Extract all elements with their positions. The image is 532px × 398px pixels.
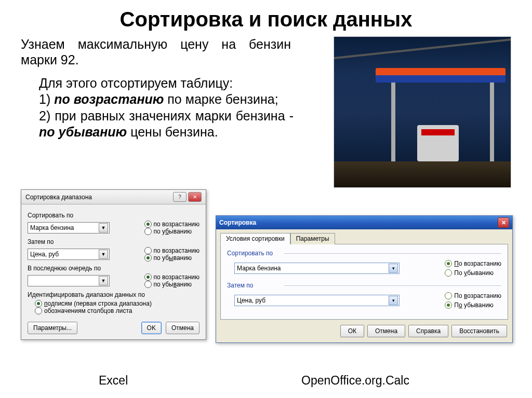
close-icon[interactable]: ✕: [498, 217, 509, 228]
chevron-down-icon: ▼: [99, 250, 108, 259]
help-icon[interactable]: ?: [173, 192, 187, 202]
radio-desc-3[interactable]: по убыванию: [144, 281, 200, 288]
oo-radio-desc-2[interactable]: По убыванию: [445, 301, 501, 309]
radio-desc-1[interactable]: по убыванию: [144, 228, 200, 235]
then-by-combo[interactable]: Цена, руб ▼: [28, 249, 110, 260]
last-by-combo[interactable]: ▼: [28, 275, 110, 286]
tab-sort-conditions[interactable]: Условия сортировки: [220, 233, 290, 244]
oo-sort-by-combo[interactable]: Марка бензина ▾: [234, 263, 400, 274]
oo-ok-button[interactable]: ОК: [340, 325, 364, 337]
tab-parameters[interactable]: Параметры: [290, 233, 335, 244]
steps-lead: Для этого отсортируем таблицу:: [39, 75, 294, 91]
oo-then-by-label: Затем по: [227, 282, 501, 289]
openoffice-sort-dialog: Сортировка ✕ Условия сортировки Параметр…: [216, 215, 513, 343]
ident-columns-radio[interactable]: обозначениям столбцов листа: [35, 307, 200, 314]
chevron-down-icon: ▼: [99, 223, 108, 232]
caption-excel: Excel: [99, 374, 128, 388]
oo-sort-by-label: Сортировать по: [227, 250, 501, 257]
caption-openoffice: OpenOffice.org.Calc: [301, 374, 409, 388]
oo-title-text: Сортировка: [219, 219, 256, 226]
oo-radio-desc-1[interactable]: По убыванию: [445, 269, 501, 277]
params-button[interactable]: Параметры...: [28, 322, 77, 334]
intro-text: Узнаем максимальную цену на бензин марки…: [21, 36, 291, 67]
ident-labels-radio[interactable]: подписям (первая строка диапазона): [35, 300, 200, 307]
cancel-button[interactable]: Отмена: [166, 322, 200, 334]
steps-block: Для этого отсортируем таблицу: 1) по воз…: [39, 75, 294, 140]
excel-sort-dialog: Сортировка диапазона ? ✕ Сортировать по …: [21, 189, 206, 340]
sort-by-label: Сортировать по: [28, 212, 200, 219]
close-icon[interactable]: ✕: [188, 192, 202, 202]
radio-asc-1[interactable]: по возрастанию: [144, 221, 200, 228]
ok-button[interactable]: OK: [141, 322, 162, 334]
excel-title-text: Сортировка диапазона: [25, 194, 92, 201]
chevron-down-icon: ▾: [389, 296, 398, 305]
gas-station-photo: [334, 36, 511, 188]
radio-asc-3[interactable]: по возрастанию: [144, 273, 200, 281]
oo-radio-asc-1[interactable]: По возрастанию: [445, 260, 501, 267]
slide-title: Сортировка и поиск данных: [21, 8, 511, 31]
then-by-label: Затем по: [28, 238, 200, 245]
last-by-label: В последнюю очередь по: [28, 265, 200, 272]
excel-titlebar: Сортировка диапазона ? ✕: [21, 190, 206, 204]
chevron-down-icon: ▼: [99, 276, 108, 285]
sort-by-combo[interactable]: Марка бензина ▼: [28, 222, 110, 234]
radio-asc-2[interactable]: по возрастанию: [144, 247, 200, 254]
chevron-down-icon: ▾: [389, 264, 398, 273]
radio-desc-2[interactable]: по убыванию: [144, 254, 200, 262]
step-2: 2) при равных значениях марки бензина - …: [39, 108, 294, 141]
oo-titlebar: Сортировка ✕: [216, 216, 512, 229]
oo-help-button[interactable]: Справка: [408, 325, 448, 337]
oo-radio-asc-2[interactable]: По возрастанию: [445, 292, 501, 299]
oo-restore-button[interactable]: Восстановить: [451, 325, 507, 337]
oo-then-by-combo[interactable]: Цена, руб ▾: [234, 295, 400, 306]
step-1: 1) по возрастанию по марке бензина;: [39, 91, 294, 107]
identify-label: Идентифицировать диапазон данных по: [28, 291, 200, 298]
oo-cancel-button[interactable]: Отмена: [367, 325, 405, 337]
